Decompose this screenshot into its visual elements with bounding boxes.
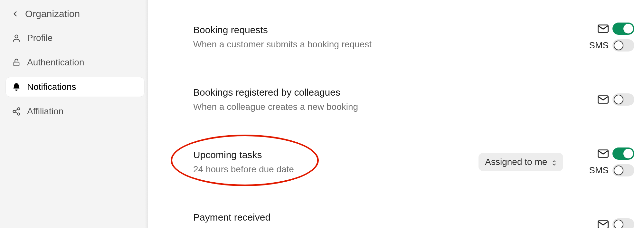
sidebar-back-label: Organization (25, 8, 80, 19)
sidebar-item-affiliation[interactable]: Affiliation (6, 102, 144, 121)
sms-label: SMS (589, 165, 609, 176)
sidebar-back[interactable]: Organization (6, 6, 144, 28)
sms-toggle[interactable] (612, 39, 634, 52)
email-icon (598, 95, 609, 104)
svg-point-0 (15, 35, 18, 38)
sidebar-item-label: Authentication (27, 57, 84, 68)
sms-toggle[interactable] (612, 164, 634, 176)
email-icon (598, 220, 609, 228)
person-icon (12, 33, 21, 43)
svg-rect-1 (14, 62, 19, 66)
notification-description: When a customer submits a booking reques… (193, 39, 589, 50)
sms-label: SMS (589, 40, 609, 51)
notification-row-upcoming-tasks: Upcoming tasks 24 hours before due date … (193, 147, 634, 176)
email-icon (598, 149, 609, 158)
sidebar-item-label: Affiliation (27, 106, 63, 117)
email-toggle[interactable] (612, 93, 634, 106)
lock-icon (12, 58, 21, 67)
sidebar-item-label: Profile (27, 33, 52, 43)
share-icon (12, 107, 21, 116)
notification-row-booking-requests: Booking requests When a customer submits… (193, 23, 634, 52)
notification-title: Upcoming tasks (193, 149, 478, 160)
email-icon (598, 24, 609, 33)
sidebar: Organization Profile Authentication Noti… (0, 0, 148, 228)
notification-description: When a colleague creates a new booking (193, 102, 598, 112)
sidebar-item-profile[interactable]: Profile (6, 28, 144, 48)
bell-icon (12, 82, 21, 92)
sidebar-item-label: Notifications (27, 82, 76, 92)
email-toggle[interactable] (612, 147, 634, 160)
notification-description: When you receive an automated payment fo… (193, 227, 598, 228)
dropdown-value: Assigned to me (485, 157, 547, 167)
email-toggle[interactable] (612, 23, 634, 35)
notification-row-payment-received: Payment received When you receive an aut… (193, 212, 634, 228)
chevron-left-icon (10, 9, 20, 19)
email-toggle[interactable] (612, 218, 634, 228)
notification-row-colleague-bookings: Bookings registered by colleagues When a… (193, 87, 634, 112)
sidebar-item-notifications[interactable]: Notifications (6, 77, 144, 97)
task-scope-dropdown[interactable]: Assigned to me (478, 153, 563, 171)
svg-line-6 (15, 112, 18, 114)
notifications-settings: Booking requests When a customer submits… (148, 0, 644, 228)
notification-title: Payment received (193, 212, 598, 223)
notification-title: Booking requests (193, 24, 589, 35)
sidebar-item-authentication[interactable]: Authentication (6, 53, 144, 72)
notification-title: Bookings registered by colleagues (193, 87, 598, 98)
chevron-up-down-icon (552, 158, 557, 166)
notification-description: 24 hours before due date (193, 164, 478, 175)
svg-line-5 (15, 109, 18, 111)
